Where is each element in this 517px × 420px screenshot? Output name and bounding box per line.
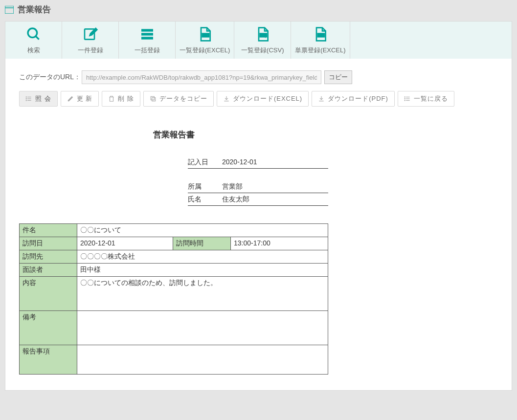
table-row: 備考 xyxy=(20,311,328,345)
download-icon xyxy=(318,95,325,102)
csv-file-icon: CSV xyxy=(238,26,287,43)
svg-rect-7 xyxy=(141,37,153,39)
data-url-input[interactable] xyxy=(82,70,321,84)
tab-label: 一件登録 xyxy=(78,46,103,54)
field-value-visit-dest: 〇〇〇〇株式会社 xyxy=(77,250,328,264)
window-icon xyxy=(5,6,14,14)
svg-text:XLS: XLS xyxy=(203,34,208,37)
field-value-subject: 〇〇について xyxy=(77,224,328,237)
tab-label: 一覧登録(CSV) xyxy=(241,46,284,54)
update-button[interactable]: 更 新 xyxy=(61,91,99,107)
button-label: 一覧に戻る xyxy=(414,94,448,103)
button-label: ダウンロード(PDF) xyxy=(328,94,388,103)
field-label-report-items: 報告事項 xyxy=(20,345,77,375)
document-title: 営業報告書 xyxy=(19,119,328,156)
copy-data-button[interactable]: データをコピー xyxy=(143,91,214,107)
list-icon xyxy=(25,95,32,102)
download-icon xyxy=(223,95,230,102)
page-title: 営業報告 xyxy=(18,4,51,15)
svg-point-17 xyxy=(26,97,26,97)
table-row: 報告事項 xyxy=(20,345,328,375)
tab-list-register-excel[interactable]: XLS 一覧登録(EXCEL) xyxy=(176,22,234,59)
svg-rect-6 xyxy=(141,33,153,35)
svg-point-18 xyxy=(26,98,26,99)
pencil-icon xyxy=(67,95,74,102)
field-value-remarks xyxy=(77,311,328,345)
field-value-report-items xyxy=(77,345,328,375)
field-label-visit-date: 訪問日 xyxy=(20,237,77,250)
field-value-interviewer: 田中様 xyxy=(77,264,328,277)
svg-rect-5 xyxy=(141,29,153,31)
field-label-subject: 件名 xyxy=(20,224,77,237)
table-row: 訪問日 2020-12-01 訪問時間 13:00-17:00 xyxy=(20,237,328,250)
table-row: 内容 〇〇についての相談のため、訪問しました。 xyxy=(20,277,328,311)
report-document: 営業報告書 記入日 2020-12-01 所属 営業部 氏名 住友太郎 件名 〇… xyxy=(19,119,328,375)
field-label-content: 内容 xyxy=(20,277,77,311)
svg-point-25 xyxy=(405,97,405,97)
main-panel: 検索 一件登録 一括登録 XLS 一覧登録(EXCEL) CSV 一覧登録(CS… xyxy=(5,21,512,391)
rows-icon xyxy=(123,26,171,43)
button-label: 更 新 xyxy=(77,94,93,103)
field-label-visit-time: 訪問時間 xyxy=(173,237,231,250)
button-label: データをコピー xyxy=(159,94,207,103)
field-value-visit-date: 2020-12-01 xyxy=(77,237,173,250)
meta-value: 住友太郎 xyxy=(222,195,249,204)
download-pdf-button[interactable]: ダウンロード(PDF) xyxy=(312,91,395,107)
meta-name: 氏名 住友太郎 xyxy=(188,193,328,206)
tab-label: 検索 xyxy=(27,46,40,54)
download-excel-button[interactable]: ダウンロード(EXCEL) xyxy=(217,91,309,107)
button-label: ダウンロード(EXCEL) xyxy=(233,94,302,103)
tab-single-form-excel[interactable]: XLS 単票登録(EXCEL) xyxy=(291,22,350,59)
copy-icon xyxy=(150,95,157,102)
button-label: 削 除 xyxy=(118,94,134,103)
meta-department: 所属 営業部 xyxy=(188,180,328,193)
tab-label: 単票登録(EXCEL) xyxy=(295,46,345,54)
meta-entry-date: 記入日 2020-12-01 xyxy=(188,156,328,169)
delete-button[interactable]: 削 除 xyxy=(102,91,140,107)
svg-line-3 xyxy=(36,36,39,40)
table-row: 件名 〇〇について xyxy=(20,224,328,237)
tab-label: 一括登録 xyxy=(135,46,160,54)
tab-label: 一覧登録(EXCEL) xyxy=(180,46,230,54)
meta-value: 営業部 xyxy=(222,182,243,191)
field-label-visit-dest: 訪問先 xyxy=(20,250,77,264)
search-icon xyxy=(9,26,58,43)
action-toolbar: 照 会 更 新 削 除 データをコピー ダウンロード(EXCEL) ダウンロード… xyxy=(19,91,498,107)
body-area: このデータのURL： コピー 照 会 更 新 削 除 データをコピー xyxy=(5,59,512,390)
meta-value: 2020-12-01 xyxy=(222,158,257,167)
svg-point-19 xyxy=(26,100,26,101)
tab-list-register-csv[interactable]: CSV 一覧登録(CSV) xyxy=(234,22,291,59)
page-header: 営業報告 xyxy=(5,0,512,21)
field-value-content: 〇〇についての相談のため、訪問しました。 xyxy=(77,277,328,311)
meta-label: 所属 xyxy=(188,182,222,191)
table-row: 面談者 田中様 xyxy=(20,264,328,277)
svg-rect-0 xyxy=(5,6,14,14)
report-form-table: 件名 〇〇について 訪問日 2020-12-01 訪問時間 13:00-17:0… xyxy=(19,223,328,375)
svg-text:CSV: CSV xyxy=(261,34,266,37)
svg-point-27 xyxy=(405,100,405,101)
svg-text:XLS: XLS xyxy=(318,34,324,37)
field-label-interviewer: 面談者 xyxy=(20,264,77,277)
svg-point-2 xyxy=(28,28,37,38)
trash-icon xyxy=(108,95,115,102)
view-button[interactable]: 照 会 xyxy=(19,91,58,107)
edit-icon xyxy=(66,26,114,43)
copy-url-button[interactable]: コピー xyxy=(324,70,352,84)
table-row: 訪問先 〇〇〇〇株式会社 xyxy=(20,250,328,264)
back-to-list-button[interactable]: 一覧に戻る xyxy=(398,91,454,107)
tab-search[interactable]: 検索 xyxy=(5,22,62,59)
svg-point-26 xyxy=(405,98,405,99)
svg-rect-20 xyxy=(152,98,156,101)
button-label: 照 会 xyxy=(35,94,51,103)
svg-rect-21 xyxy=(151,96,154,100)
meta-label: 氏名 xyxy=(188,195,222,204)
list-icon xyxy=(404,95,411,102)
tab-bar: 検索 一件登録 一括登録 XLS 一覧登録(EXCEL) CSV 一覧登録(CS… xyxy=(5,22,512,59)
tab-bulk-register[interactable]: 一括登録 xyxy=(119,22,176,59)
excel-file-icon: XLS xyxy=(180,26,230,43)
tab-single-register[interactable]: 一件登録 xyxy=(62,22,119,59)
data-url-label: このデータのURL： xyxy=(19,73,81,82)
meta-label: 記入日 xyxy=(188,158,222,167)
data-url-row: このデータのURL： コピー xyxy=(19,70,498,84)
field-value-visit-time: 13:00-17:00 xyxy=(231,237,328,250)
